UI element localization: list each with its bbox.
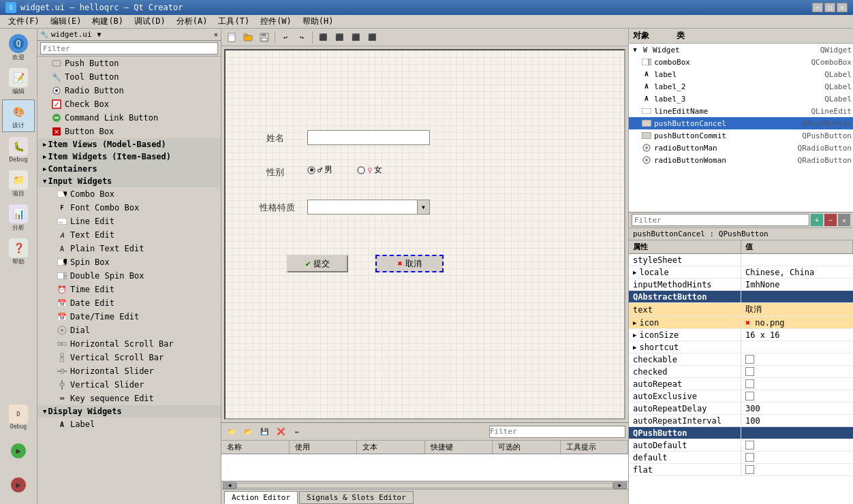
group-input-widgets[interactable]: ▼ Input Widgets <box>37 175 221 187</box>
scroll-right[interactable]: ▶ <box>613 482 627 489</box>
undo-button[interactable]: ↩ <box>278 30 293 45</box>
group-containers[interactable]: ▶ Containers <box>37 163 221 175</box>
widget-filter-input[interactable] <box>40 42 218 54</box>
property-filter-input[interactable] <box>632 214 809 226</box>
list-item[interactable]: 📅 Date Edit <box>37 296 221 310</box>
layout4-button[interactable]: ⬛ <box>365 30 379 45</box>
list-item[interactable]: Horizontal Slider <box>37 364 221 378</box>
checked-checkbox[interactable] <box>745 367 754 376</box>
tab-signals-slots[interactable]: Signals & Slots Editor <box>299 491 414 504</box>
maximize-button[interactable]: □ <box>824 3 835 12</box>
sidebar-design[interactable]: 🎨 设计 <box>2 99 35 132</box>
tree-row-radio-man[interactable]: radioButtonMan QRadioButton <box>629 142 853 154</box>
list-item[interactable]: Horizontal Scroll Bar <box>37 337 221 351</box>
menu-widgets[interactable]: 控件(W) <box>255 14 297 29</box>
prop-value-icon[interactable]: ✖ no.png <box>741 317 853 328</box>
submit-button[interactable]: ✔ 提交 <box>287 255 348 272</box>
list-item[interactable]: ⌨ Key sequence Edit <box>37 392 221 405</box>
layout1-button[interactable]: ⬛ <box>315 30 330 45</box>
list-item[interactable]: A Plain Text Edit <box>37 242 221 255</box>
sidebar-project[interactable]: 📁 项目 <box>2 168 35 200</box>
menu-file[interactable]: 文件(F) <box>3 14 45 29</box>
list-item[interactable]: F Font Combo Box <box>37 201 221 215</box>
tree-row-commit-btn[interactable]: pushButtonCommit QPushButton <box>629 129 853 142</box>
sidebar-hello-debug[interactable]: D Debug <box>2 400 35 433</box>
save-button[interactable] <box>257 30 272 45</box>
list-item[interactable]: 🔧 Tool Button <box>37 70 221 84</box>
list-item[interactable]: Double Spin Box <box>37 269 221 283</box>
action-filter-input[interactable] <box>489 426 625 438</box>
prop-value-locale[interactable]: Chinese, China <box>741 266 853 278</box>
list-item[interactable]: ▼ Combo Box <box>37 187 221 201</box>
list-item[interactable]: ✕ Button Box <box>37 125 221 138</box>
tree-row-cancel-btn[interactable]: pushButtonCancel QPushButton <box>629 117 853 129</box>
layout3-button[interactable]: ⬛ <box>348 30 363 45</box>
tree-row-radio-woman[interactable]: radioButtonWoman QRadioButton <box>629 154 853 166</box>
list-item[interactable]: Line Edit <box>37 215 221 228</box>
prop-value-autorepeatdelay[interactable]: 300 <box>741 403 853 414</box>
radio-male[interactable]: ♂ 男 <box>307 164 332 176</box>
sidebar-help[interactable]: ❓ 帮助 <box>2 236 35 268</box>
list-item[interactable]: Dial <box>37 324 221 337</box>
prop-value-text[interactable]: 取消 <box>741 303 853 316</box>
sidebar-welcome[interactable]: Q 欢迎 <box>2 31 35 64</box>
prop-add-button[interactable]: + <box>811 214 823 226</box>
prop-close-button[interactable]: ✕ <box>838 214 850 226</box>
sidebar-edit[interactable]: 📝 编辑 <box>2 65 35 98</box>
tree-row-widget[interactable]: ▼ W Widget QWidget <box>629 44 853 56</box>
prop-value-shortcut[interactable] <box>741 341 853 353</box>
action-editor-scrollbar[interactable]: ◀ ▶ <box>221 481 628 489</box>
list-item[interactable]: Vertical Scroll Bar <box>37 351 221 364</box>
list-item[interactable]: ▲▼ Spin Box <box>37 255 221 269</box>
redo-button[interactable]: ↪ <box>294 30 309 45</box>
prop-value-flat[interactable] <box>741 464 853 475</box>
tab-action-editor[interactable]: Action Editor <box>224 491 298 504</box>
open-button[interactable] <box>241 30 255 45</box>
autodefault-checkbox[interactable] <box>745 441 754 450</box>
action-edit-btn[interactable]: ✏ <box>290 424 305 439</box>
prop-value-input-hints[interactable]: ImhNone <box>741 279 853 290</box>
menu-tools[interactable]: 工具(T) <box>213 14 255 29</box>
scroll-left[interactable]: ◀ <box>223 482 236 489</box>
close-button[interactable]: ✕ <box>837 3 848 12</box>
name-input[interactable] <box>307 130 430 145</box>
layout2-button[interactable]: ⬛ <box>332 30 347 45</box>
action-new-btn[interactable]: 📁 <box>224 424 239 439</box>
tree-row-label3[interactable]: A label_3 QLabel <box>629 93 853 105</box>
tree-row-label[interactable]: A label QLabel <box>629 68 853 80</box>
radio-female[interactable]: ♀ 女 <box>357 164 382 176</box>
menu-analyze[interactable]: 分析(A) <box>171 14 213 29</box>
tab-dropdown[interactable]: ▼ <box>97 31 102 38</box>
list-item[interactable]: Vertical Slider <box>37 378 221 392</box>
new-button[interactable] <box>224 30 239 45</box>
widget-close-button[interactable]: ✕ <box>214 31 218 38</box>
prop-value-checked[interactable] <box>741 366 853 377</box>
tree-row-label2[interactable]: A label_2 QLabel <box>629 80 853 93</box>
list-item[interactable]: ⏰ Time Edit <box>37 283 221 296</box>
prop-value-autoexclusive[interactable] <box>741 390 853 402</box>
sidebar-run[interactable]: ▶ <box>2 435 35 467</box>
menu-debug[interactable]: 调试(D) <box>129 14 171 29</box>
tree-row-lineedit[interactable]: lineEditName QLineEdit <box>629 105 853 117</box>
group-display-widgets[interactable]: ▼ Display Widgets <box>37 405 221 418</box>
prop-value-default[interactable] <box>741 452 853 463</box>
prop-value-iconsize[interactable]: 16 x 16 <box>741 329 853 341</box>
prop-value-stylesheet[interactable] <box>741 254 853 266</box>
action-save-btn[interactable]: 💾 <box>257 424 272 439</box>
list-item[interactable]: 📅 Date/Time Edit <box>37 310 221 324</box>
flat-checkbox[interactable] <box>745 465 754 474</box>
group-item-widgets[interactable]: ▶ Item Widgets (Item-Based) <box>37 151 221 163</box>
action-open-btn[interactable]: 📂 <box>241 424 255 439</box>
form-canvas[interactable]: 姓名 性别 ♂ 男 ♀ 女 <box>224 49 625 420</box>
list-item[interactable]: Push Button <box>37 57 221 70</box>
list-item[interactable]: A Label <box>37 418 221 431</box>
list-item[interactable]: ✓ Check Box <box>37 97 221 111</box>
menu-edit[interactable]: 编辑(E) <box>45 14 87 29</box>
autorepeat-checkbox[interactable] <box>745 379 754 388</box>
prop-value-checkable[interactable] <box>741 353 853 365</box>
minimize-button[interactable]: − <box>812 3 823 12</box>
menu-build[interactable]: 构建(B) <box>87 14 129 29</box>
autoexclusive-checkbox[interactable] <box>745 392 754 400</box>
menu-help[interactable]: 帮助(H) <box>297 14 339 29</box>
list-item[interactable]: ➡ Command Link Button <box>37 111 221 125</box>
